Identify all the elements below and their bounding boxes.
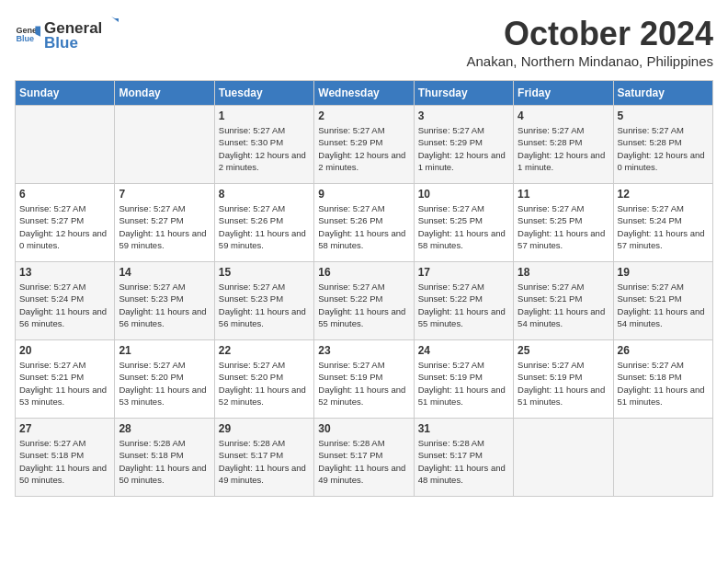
svg-marker-3 — [111, 17, 119, 22]
day-number: 28 — [119, 422, 210, 435]
calendar-cell — [115, 106, 214, 184]
calendar-cell: 2Sunrise: 5:27 AM Sunset: 5:29 PM Daylig… — [314, 106, 414, 184]
calendar-cell: 12Sunrise: 5:27 AM Sunset: 5:24 PM Dayli… — [613, 184, 712, 262]
day-number: 24 — [418, 344, 509, 357]
day-number: 30 — [318, 422, 409, 435]
calendar-cell: 3Sunrise: 5:27 AM Sunset: 5:29 PM Daylig… — [414, 106, 513, 184]
svg-marker-2 — [35, 26, 40, 36]
day-content: Sunrise: 5:27 AM Sunset: 5:21 PM Dayligh… — [19, 359, 110, 408]
calendar-cell: 4Sunrise: 5:27 AM Sunset: 5:28 PM Daylig… — [514, 106, 613, 184]
day-number: 10 — [418, 188, 509, 201]
day-number: 27 — [19, 422, 110, 435]
calendar-header-row: SundayMondayTuesdayWednesdayThursdayFrid… — [16, 81, 713, 106]
day-number: 16 — [318, 266, 409, 279]
day-content: Sunrise: 5:27 AM Sunset: 5:29 PM Dayligh… — [418, 124, 509, 173]
day-number: 2 — [318, 109, 409, 122]
day-content: Sunrise: 5:27 AM Sunset: 5:30 PM Dayligh… — [219, 124, 310, 173]
calendar-cell: 29Sunrise: 5:28 AM Sunset: 5:17 PM Dayli… — [214, 419, 313, 497]
calendar-cell: 24Sunrise: 5:27 AM Sunset: 5:19 PM Dayli… — [414, 340, 513, 419]
day-number: 21 — [119, 344, 210, 357]
calendar-week-4: 20Sunrise: 5:27 AM Sunset: 5:21 PM Dayli… — [16, 340, 713, 419]
calendar-cell — [514, 419, 613, 497]
day-content: Sunrise: 5:27 AM Sunset: 5:25 PM Dayligh… — [518, 202, 609, 251]
calendar-cell: 14Sunrise: 5:27 AM Sunset: 5:23 PM Dayli… — [115, 262, 214, 340]
day-content: Sunrise: 5:27 AM Sunset: 5:21 PM Dayligh… — [618, 281, 709, 329]
calendar-cell: 10Sunrise: 5:27 AM Sunset: 5:25 PM Dayli… — [414, 184, 513, 262]
day-number: 13 — [19, 266, 110, 279]
day-content: Sunrise: 5:28 AM Sunset: 5:17 PM Dayligh… — [418, 437, 509, 486]
title-section: October 2024 Anakan, Northern Mindanao, … — [467, 15, 714, 69]
calendar-week-2: 6Sunrise: 5:27 AM Sunset: 5:27 PM Daylig… — [16, 184, 713, 262]
calendar-cell: 19Sunrise: 5:27 AM Sunset: 5:21 PM Dayli… — [613, 262, 712, 340]
day-number: 9 — [318, 188, 409, 201]
calendar-cell: 13Sunrise: 5:27 AM Sunset: 5:24 PM Dayli… — [16, 262, 115, 340]
day-number: 8 — [219, 188, 310, 201]
day-content: Sunrise: 5:27 AM Sunset: 5:19 PM Dayligh… — [418, 359, 509, 408]
calendar-cell: 27Sunrise: 5:27 AM Sunset: 5:18 PM Dayli… — [16, 419, 115, 497]
column-header-friday: Friday — [514, 81, 613, 106]
calendar-cell: 16Sunrise: 5:27 AM Sunset: 5:22 PM Dayli… — [314, 262, 414, 340]
column-header-tuesday: Tuesday — [214, 81, 313, 106]
day-content: Sunrise: 5:27 AM Sunset: 5:18 PM Dayligh… — [19, 437, 110, 486]
day-content: Sunrise: 5:27 AM Sunset: 5:28 PM Dayligh… — [518, 124, 609, 173]
calendar-week-3: 13Sunrise: 5:27 AM Sunset: 5:24 PM Dayli… — [16, 262, 713, 340]
column-header-wednesday: Wednesday — [314, 81, 414, 106]
calendar-cell: 31Sunrise: 5:28 AM Sunset: 5:17 PM Dayli… — [414, 419, 513, 497]
day-number: 3 — [418, 109, 509, 122]
day-number: 22 — [219, 344, 310, 357]
day-content: Sunrise: 5:28 AM Sunset: 5:18 PM Dayligh… — [119, 437, 210, 486]
location-title: Anakan, Northern Mindanao, Philippines — [467, 53, 714, 69]
day-content: Sunrise: 5:27 AM Sunset: 5:19 PM Dayligh… — [318, 359, 409, 408]
calendar-cell: 17Sunrise: 5:27 AM Sunset: 5:22 PM Dayli… — [414, 262, 513, 340]
day-number: 26 — [618, 344, 709, 357]
calendar-cell: 8Sunrise: 5:27 AM Sunset: 5:26 PM Daylig… — [214, 184, 313, 262]
calendar-cell: 18Sunrise: 5:27 AM Sunset: 5:21 PM Dayli… — [514, 262, 613, 340]
column-header-thursday: Thursday — [414, 81, 513, 106]
column-header-monday: Monday — [115, 81, 214, 106]
day-content: Sunrise: 5:27 AM Sunset: 5:20 PM Dayligh… — [219, 359, 310, 408]
calendar-cell — [16, 106, 115, 184]
day-content: Sunrise: 5:27 AM Sunset: 5:23 PM Dayligh… — [219, 281, 310, 329]
calendar-cell: 23Sunrise: 5:27 AM Sunset: 5:19 PM Dayli… — [314, 340, 414, 419]
calendar-cell: 22Sunrise: 5:27 AM Sunset: 5:20 PM Dayli… — [214, 340, 313, 419]
day-content: Sunrise: 5:27 AM Sunset: 5:25 PM Dayligh… — [418, 202, 509, 251]
calendar-week-5: 27Sunrise: 5:27 AM Sunset: 5:18 PM Dayli… — [16, 419, 713, 497]
calendar-cell: 7Sunrise: 5:27 AM Sunset: 5:27 PM Daylig… — [115, 184, 214, 262]
calendar-cell: 9Sunrise: 5:27 AM Sunset: 5:26 PM Daylig… — [314, 184, 414, 262]
calendar-cell: 26Sunrise: 5:27 AM Sunset: 5:18 PM Dayli… — [613, 340, 712, 419]
calendar-body: 1Sunrise: 5:27 AM Sunset: 5:30 PM Daylig… — [16, 106, 713, 497]
day-number: 29 — [219, 422, 310, 435]
day-content: Sunrise: 5:27 AM Sunset: 5:18 PM Dayligh… — [618, 359, 709, 408]
svg-text:Blue: Blue — [16, 34, 34, 43]
calendar-cell: 25Sunrise: 5:27 AM Sunset: 5:19 PM Dayli… — [514, 340, 613, 419]
logo-icon: General Blue — [15, 21, 40, 47]
day-content: Sunrise: 5:27 AM Sunset: 5:27 PM Dayligh… — [19, 202, 110, 251]
calendar-cell: 28Sunrise: 5:28 AM Sunset: 5:18 PM Dayli… — [115, 419, 214, 497]
day-content: Sunrise: 5:28 AM Sunset: 5:17 PM Dayligh… — [318, 437, 409, 486]
day-content: Sunrise: 5:28 AM Sunset: 5:17 PM Dayligh… — [219, 437, 310, 486]
day-number: 25 — [518, 344, 609, 357]
month-title: October 2024 — [467, 15, 714, 53]
calendar-cell: 6Sunrise: 5:27 AM Sunset: 5:27 PM Daylig… — [16, 184, 115, 262]
day-content: Sunrise: 5:27 AM Sunset: 5:27 PM Dayligh… — [119, 202, 210, 251]
logo-bird-icon — [102, 15, 120, 33]
calendar-table: SundayMondayTuesdayWednesdayThursdayFrid… — [15, 80, 713, 497]
day-content: Sunrise: 5:27 AM Sunset: 5:29 PM Dayligh… — [318, 124, 409, 173]
day-number: 4 — [518, 109, 609, 122]
column-header-sunday: Sunday — [16, 81, 115, 106]
day-number: 6 — [19, 188, 110, 201]
day-number: 12 — [618, 188, 709, 201]
day-number: 18 — [518, 266, 609, 279]
day-content: Sunrise: 5:27 AM Sunset: 5:22 PM Dayligh… — [318, 281, 409, 329]
calendar-cell: 11Sunrise: 5:27 AM Sunset: 5:25 PM Dayli… — [514, 184, 613, 262]
day-number: 5 — [618, 109, 709, 122]
day-content: Sunrise: 5:27 AM Sunset: 5:23 PM Dayligh… — [119, 281, 210, 329]
day-number: 7 — [119, 188, 210, 201]
day-number: 20 — [19, 344, 110, 357]
calendar-cell: 21Sunrise: 5:27 AM Sunset: 5:20 PM Dayli… — [115, 340, 214, 419]
calendar-cell — [613, 419, 712, 497]
day-number: 23 — [318, 344, 409, 357]
day-number: 19 — [618, 266, 709, 279]
column-header-saturday: Saturday — [613, 81, 712, 106]
day-content: Sunrise: 5:27 AM Sunset: 5:20 PM Dayligh… — [119, 359, 210, 408]
